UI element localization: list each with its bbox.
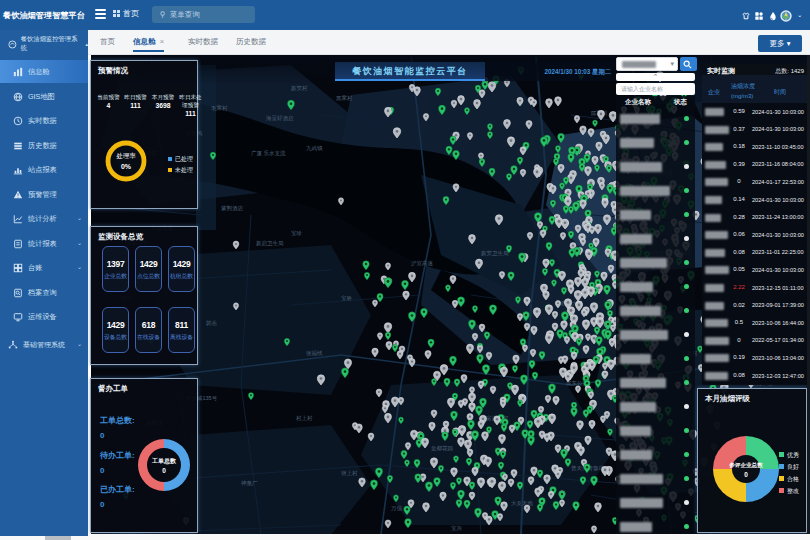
- svg-text:新安卫生局: 新安卫生局: [481, 250, 509, 257]
- svg-text:0%: 0%: [121, 163, 132, 170]
- svg-text:新安村: 新安村: [291, 85, 308, 92]
- svg-text:张福线: 张福线: [306, 350, 323, 357]
- svg-text:工单总数: 工单总数: [151, 457, 177, 465]
- svg-text:毛家村: 毛家村: [211, 105, 228, 112]
- svg-text:九武镇: 九武镇: [306, 145, 323, 151]
- svg-text:新启卫生局: 新启卫生局: [256, 240, 284, 247]
- svg-text:参评企业总数: 参评企业总数: [728, 462, 763, 469]
- svg-text:宝兴: 宝兴: [451, 525, 463, 531]
- svg-text:很上村: 很上村: [341, 470, 358, 477]
- svg-text:宝桥: 宝桥: [341, 295, 353, 301]
- svg-text:万信: 万信: [391, 505, 403, 512]
- svg-text:广厦 乐水支流: 广厦 乐水支流: [251, 150, 286, 157]
- svg-text:0: 0: [162, 467, 166, 474]
- svg-text:沪宜高速: 沪宜高速: [411, 260, 434, 267]
- svg-text:金都花园: 金都花园: [431, 445, 453, 452]
- svg-text:海景轩酒店: 海景轩酒店: [266, 115, 294, 122]
- svg-text:宝珍: 宝珍: [291, 230, 303, 236]
- svg-text:0: 0: [744, 471, 748, 478]
- svg-text:大友天地: 大友天地: [511, 500, 534, 506]
- svg-text:紫荆酒店: 紫荆酒店: [221, 205, 244, 212]
- svg-text:神泉厂: 神泉厂: [241, 480, 258, 486]
- svg-text:村上村: 村上村: [295, 415, 313, 422]
- svg-text:黑家村: 黑家村: [336, 95, 353, 102]
- svg-text:处理率: 处理率: [116, 152, 136, 160]
- svg-text:郭岳: 郭岳: [206, 320, 218, 327]
